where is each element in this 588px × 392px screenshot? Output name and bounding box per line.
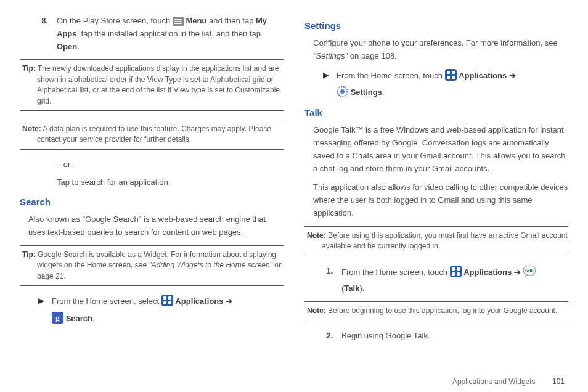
footer-section-label: Applications and Widgets bbox=[452, 377, 536, 386]
svg-rect-6 bbox=[168, 296, 171, 300]
svg-rect-11 bbox=[445, 69, 457, 81]
tip-box-2: Tip: Google Search is available as a Wid… bbox=[20, 245, 284, 286]
text: ). bbox=[359, 284, 364, 293]
applications-icon bbox=[161, 295, 173, 306]
applications-label: Applications ➔ bbox=[459, 71, 516, 80]
svg-point-17 bbox=[340, 89, 345, 94]
talk-paragraph-2: This application also allows for video c… bbox=[313, 181, 568, 219]
note-body: Before beginning to use this application… bbox=[326, 306, 558, 315]
talk-step-2: 2. Begin using Google Talk. bbox=[304, 330, 568, 343]
applications-label: Applications ➔ bbox=[463, 267, 521, 277]
talk-label: Talk bbox=[344, 284, 359, 293]
text: . bbox=[382, 88, 385, 97]
or-separator: – or – bbox=[57, 158, 284, 171]
arrow-icon: ▶ bbox=[323, 69, 337, 100]
note-box-3: Note: Before beginning to use this appli… bbox=[304, 301, 568, 321]
left-column: 8. On the Play Store screen, touch Menu … bbox=[20, 15, 284, 387]
page-footer: Applications and Widgets 101 bbox=[452, 377, 565, 386]
text: On the Play Store screen, touch bbox=[57, 16, 173, 25]
talk-paragraph-1: Google Talk™ is a free Windows and web-b… bbox=[313, 124, 568, 175]
text: , tap the installed application in the l… bbox=[77, 29, 261, 38]
step-8: 8. On the Play Store screen, touch Menu … bbox=[20, 15, 284, 53]
step-2-number: 2. bbox=[304, 330, 341, 343]
svg-rect-12 bbox=[447, 71, 450, 74]
svg-rect-4 bbox=[161, 295, 173, 306]
note-box-2: Note: Before using this application, you… bbox=[304, 226, 568, 256]
step-8-body: On the Play Store screen, touch Menu and… bbox=[57, 15, 284, 53]
tap-search-text: Tap to search for an application. bbox=[57, 176, 284, 189]
note-label: Note: bbox=[307, 231, 326, 240]
text: From the Home screen, touch bbox=[337, 71, 445, 80]
talk-icon: talk bbox=[523, 265, 536, 277]
svg-rect-5 bbox=[163, 296, 166, 300]
note-box-1: Note: A data plan is required to use thi… bbox=[20, 120, 284, 150]
svg-rect-1 bbox=[174, 19, 182, 20]
settings-italic: "Settings" bbox=[313, 51, 348, 60]
svg-rect-19 bbox=[452, 267, 455, 271]
svg-rect-15 bbox=[452, 76, 455, 79]
text: From the Home screen, select bbox=[52, 296, 161, 306]
svg-rect-14 bbox=[447, 76, 450, 79]
step-1-body: From the Home screen, touch Applications… bbox=[341, 265, 568, 296]
menu-icon bbox=[173, 17, 184, 26]
page-number: 101 bbox=[552, 377, 565, 386]
svg-rect-18 bbox=[450, 266, 462, 277]
open-label: Open bbox=[57, 42, 77, 51]
search-instruction: ▶ From the Home screen, select Applicati… bbox=[38, 295, 284, 325]
talk-step-1: 1. From the Home screen, touch Applicati… bbox=[304, 265, 568, 296]
text: . bbox=[77, 42, 80, 51]
svg-rect-21 bbox=[452, 272, 455, 276]
tip-body: The newly downloaded applications displa… bbox=[36, 64, 280, 105]
talk-heading: Talk bbox=[304, 105, 568, 120]
svg-text:g: g bbox=[55, 313, 60, 322]
text: From the Home screen, touch bbox=[341, 267, 450, 277]
search-paragraph: Also known as "Google Search" is a web-b… bbox=[28, 213, 284, 239]
svg-rect-8 bbox=[168, 301, 171, 304]
text: Configure your phone to your preferences… bbox=[313, 38, 558, 47]
settings-paragraph: Configure your phone to your preferences… bbox=[313, 37, 568, 63]
settings-heading: Settings bbox=[304, 18, 568, 33]
note-body: A data plan is required to use this feat… bbox=[37, 125, 271, 144]
arrow-body: From the Home screen, select Application… bbox=[52, 295, 284, 325]
svg-text:talk: talk bbox=[526, 268, 534, 274]
text: and then tap bbox=[209, 16, 256, 25]
svg-rect-20 bbox=[457, 267, 460, 271]
search-label: Search bbox=[66, 314, 92, 323]
svg-rect-22 bbox=[457, 272, 460, 276]
settings-instruction: ▶ From the Home screen, touch Applicatio… bbox=[323, 69, 568, 100]
svg-rect-7 bbox=[163, 301, 166, 304]
svg-rect-3 bbox=[174, 23, 182, 24]
note-body: Before using this application, you must … bbox=[322, 231, 568, 250]
tip-label: Tip: bbox=[22, 64, 36, 73]
page: 8. On the Play Store screen, touch Menu … bbox=[0, 0, 588, 392]
note-label: Note: bbox=[307, 306, 326, 315]
search-heading: Search bbox=[20, 195, 284, 210]
tip-italic: "Adding Widgets to the Home screen" bbox=[149, 261, 272, 269]
applications-icon bbox=[445, 69, 457, 81]
tip-box-1: Tip: The newly downloaded applications d… bbox=[20, 59, 284, 111]
svg-rect-13 bbox=[452, 71, 455, 74]
menu-label: Menu bbox=[186, 16, 207, 25]
text: . bbox=[92, 314, 95, 323]
tip-label: Tip: bbox=[22, 250, 36, 259]
google-search-icon: g bbox=[52, 312, 63, 324]
right-column: Settings Configure your phone to your pr… bbox=[304, 15, 568, 387]
step-8-number: 8. bbox=[20, 15, 57, 53]
text: on page 108. bbox=[348, 51, 397, 60]
arrow-icon: ▶ bbox=[38, 295, 52, 325]
applications-label: Applications ➔ bbox=[175, 296, 232, 306]
step-1-number: 1. bbox=[304, 265, 341, 296]
note-label: Note: bbox=[22, 125, 41, 133]
settings-icon bbox=[337, 86, 348, 97]
svg-rect-2 bbox=[174, 21, 182, 22]
step-2-body: Begin using Google Talk. bbox=[341, 330, 568, 343]
arrow-body: From the Home screen, touch Applications… bbox=[337, 69, 568, 100]
settings-label: Settings bbox=[351, 88, 382, 97]
applications-icon bbox=[450, 266, 462, 277]
